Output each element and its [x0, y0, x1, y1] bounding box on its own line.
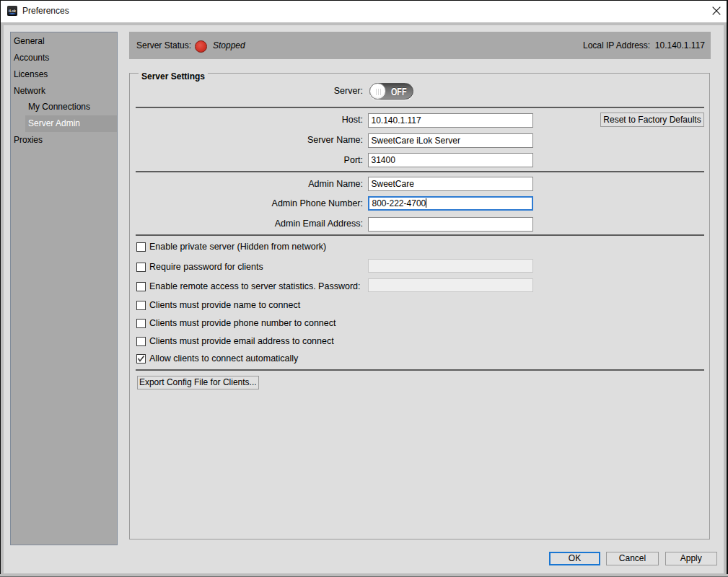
svg-text:OFF: OFF — [391, 86, 407, 97]
svg-text:iLok: iLok — [9, 9, 16, 13]
